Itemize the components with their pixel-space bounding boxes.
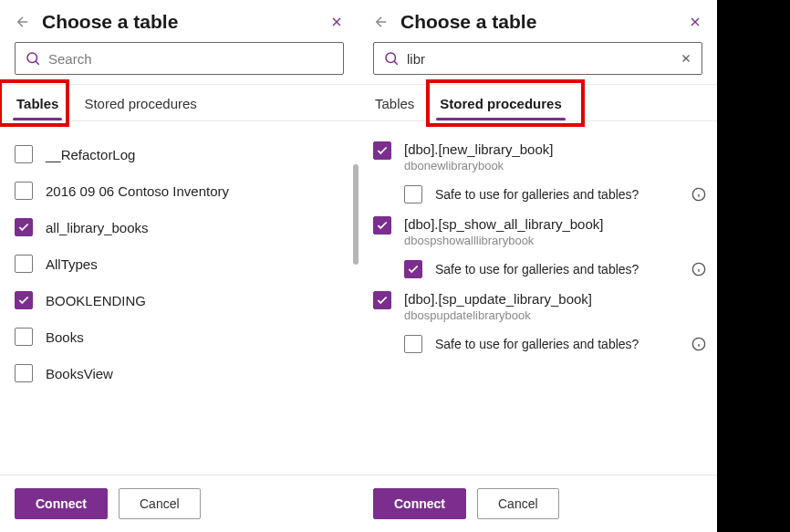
tab-tables[interactable]: Tables (362, 85, 427, 120)
table-row[interactable]: BooksView (15, 355, 348, 391)
procedure-title: [dbo].[sp_show_all_library_book] (404, 216, 603, 232)
footer: Connect Cancel (0, 475, 359, 532)
checkbox[interactable] (15, 145, 33, 163)
table-row[interactable]: __RefactorLog (15, 136, 348, 172)
procedure-subtitle: dbonewlibrarybook (404, 159, 553, 172)
checkbox[interactable] (373, 291, 391, 309)
info-icon[interactable] (691, 187, 706, 202)
info-icon[interactable] (691, 337, 706, 351)
connect-button[interactable]: Connect (373, 488, 466, 519)
procedure-item: [dbo].[new_library_book]dbonewlibraryboo… (373, 136, 706, 211)
tab-stored-procedures[interactable]: Stored procedures (427, 85, 574, 120)
table-label: AllTypes (46, 256, 98, 272)
back-arrow-icon[interactable] (373, 14, 390, 30)
header: Choose a table (359, 0, 717, 42)
checkbox[interactable] (15, 218, 33, 236)
table-row[interactable]: 2016 09 06 Contoso Inventory (15, 172, 348, 209)
connect-button[interactable]: Connect (15, 488, 108, 519)
checkbox[interactable] (373, 141, 391, 160)
tab-stored-procedures[interactable]: Stored procedures (71, 85, 209, 120)
checkbox[interactable] (15, 291, 33, 309)
table-label: 2016 09 06 Contoso Inventory (46, 183, 229, 199)
checkbox[interactable] (15, 255, 33, 273)
search-input[interactable] (48, 51, 334, 67)
table-label: Books (46, 329, 84, 345)
page-title: Choose a table (400, 11, 688, 33)
procedure-subtitle: dbospshowalllibrarybook (404, 234, 603, 247)
procedure-item: [dbo].[sp_update_library_book]dbospupdat… (373, 286, 706, 360)
back-arrow-icon[interactable] (15, 14, 31, 30)
search-box[interactable] (15, 42, 344, 75)
safe-label: Safe to use for galleries and tables? (435, 337, 682, 351)
svg-point-0 (27, 53, 37, 63)
cancel-button[interactable]: Cancel (477, 488, 559, 519)
search-container (359, 42, 717, 84)
search-input[interactable] (407, 51, 680, 67)
svg-point-1 (386, 53, 396, 63)
search-icon (25, 50, 41, 67)
table-label: __RefactorLog (46, 147, 135, 162)
info-icon[interactable] (691, 262, 706, 276)
table-label: BooksView (46, 366, 113, 381)
table-label: all_library_books (46, 220, 149, 235)
checkbox[interactable] (373, 216, 391, 235)
table-label: BOOKLENDING (46, 293, 146, 308)
safe-checkbox[interactable] (404, 185, 422, 203)
safe-checkbox[interactable] (404, 335, 422, 353)
close-icon[interactable] (688, 15, 702, 29)
tab-tables[interactable]: Tables (4, 85, 71, 120)
procedure-title: [dbo].[new_library_book] (404, 141, 553, 157)
safe-checkbox[interactable] (404, 260, 422, 278)
page-title: Choose a table (42, 11, 329, 33)
search-container (0, 42, 359, 84)
close-icon[interactable] (329, 15, 344, 29)
search-box[interactable] (373, 42, 702, 75)
safe-label: Safe to use for galleries and tables? (435, 262, 682, 276)
table-chooser-panel-right: Choose a table Tables Stored procedures … (359, 0, 717, 532)
tables-list[interactable]: __RefactorLog2016 09 06 Contoso Inventor… (0, 121, 359, 475)
table-row[interactable]: all_library_books (15, 209, 348, 245)
procedure-subtitle: dbospupdatelibrarybook (404, 308, 592, 322)
tabs: Tables Stored procedures (0, 84, 359, 121)
table-row[interactable]: Books (15, 318, 348, 355)
procedure-title: [dbo].[sp_update_library_book] (404, 291, 592, 307)
header: Choose a table (0, 0, 359, 42)
checkbox[interactable] (15, 328, 33, 346)
cancel-button[interactable]: Cancel (119, 488, 201, 519)
checkbox[interactable] (15, 182, 33, 200)
tabs: Tables Stored procedures (359, 84, 717, 121)
checkbox[interactable] (15, 364, 33, 382)
procedures-list[interactable]: [dbo].[new_library_book]dbonewlibraryboo… (359, 121, 717, 475)
table-row[interactable]: AllTypes (15, 245, 348, 282)
procedure-item: [dbo].[sp_show_all_library_book]dbospsho… (373, 211, 706, 286)
table-chooser-panel-left: Choose a table Tables Stored procedures … (0, 0, 359, 532)
table-row[interactable]: BOOKLENDING (15, 282, 348, 318)
clear-icon[interactable] (680, 52, 692, 65)
safe-label: Safe to use for galleries and tables? (435, 187, 682, 202)
search-icon (383, 50, 400, 67)
footer: Connect Cancel (359, 475, 717, 532)
